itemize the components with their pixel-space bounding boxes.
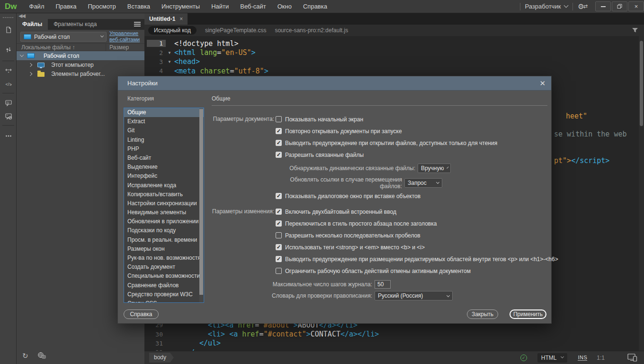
checkbox[interactable] bbox=[276, 209, 282, 215]
chevron-down-icon[interactable] bbox=[20, 53, 24, 57]
checkbox[interactable] bbox=[276, 256, 282, 262]
category-item[interactable]: Веб-сайт bbox=[124, 154, 204, 163]
dialog-title-bar[interactable]: Настройки ✕ bbox=[118, 76, 551, 91]
chevron-right-icon[interactable] bbox=[28, 63, 32, 66]
menu-item[interactable]: Найти bbox=[206, 0, 234, 13]
sync-files-icon[interactable] bbox=[4, 46, 13, 54]
category-item[interactable]: Создать документ bbox=[124, 263, 204, 272]
category-item[interactable]: Специальные возможности bbox=[124, 272, 204, 281]
tag-selector-body[interactable]: body bbox=[149, 353, 174, 363]
checkbox[interactable] bbox=[276, 232, 282, 238]
category-item[interactable]: Linting bbox=[124, 136, 204, 145]
restore-button[interactable] bbox=[612, 1, 627, 11]
close-button[interactable]: × bbox=[628, 1, 644, 11]
new-file-icon[interactable] bbox=[4, 26, 13, 34]
category-item[interactable]: Подсказки по коду bbox=[124, 226, 204, 235]
category-item[interactable]: Настройки синхронизации bbox=[124, 199, 204, 208]
dialog-close-icon[interactable]: ✕ bbox=[539, 79, 546, 88]
category-item[interactable]: Обновления в приложении bbox=[124, 217, 204, 226]
chevron-right-icon[interactable] bbox=[28, 72, 32, 75]
apply-button[interactable]: Применить bbox=[510, 309, 546, 319]
tab-close-icon[interactable]: × bbox=[179, 16, 183, 22]
checkbox[interactable] bbox=[276, 268, 282, 274]
code-snippet-icon[interactable]: </> bbox=[4, 80, 13, 88]
code-line[interactable]: 4<meta charset="utf-8"> bbox=[144, 66, 637, 75]
preview-devices-icon[interactable] bbox=[627, 354, 637, 362]
fold-arrow[interactable]: ▼ bbox=[166, 60, 173, 64]
site-selector[interactable]: Рабочий стол bbox=[20, 32, 107, 42]
menu-item[interactable]: Инструменты bbox=[156, 0, 206, 13]
checkbox[interactable] bbox=[276, 220, 282, 227]
column-size[interactable]: Размер bbox=[109, 44, 129, 51]
spell-dictionary-select[interactable]: Русский (Россия) bbox=[375, 291, 453, 300]
category-item[interactable]: Git bbox=[124, 126, 204, 135]
related-file-0[interactable]: Исходный код bbox=[148, 26, 197, 35]
code-line[interactable]: 1<!doctype html> bbox=[144, 39, 637, 48]
related-file-2[interactable]: source-sans-pro:n2:default.js bbox=[275, 27, 348, 34]
comment-icon[interactable] bbox=[4, 99, 13, 107]
scrollbar-thumb[interactable] bbox=[640, 41, 643, 126]
history-steps-input[interactable] bbox=[375, 280, 391, 289]
category-scrollbar[interactable] bbox=[199, 109, 203, 303]
category-item[interactable]: Стили CSS bbox=[124, 299, 204, 303]
tree-row[interactable]: Рабочий стол bbox=[17, 51, 144, 60]
minimize-button[interactable] bbox=[595, 1, 611, 11]
checkbox[interactable] bbox=[276, 193, 282, 199]
menu-item[interactable]: Справка bbox=[297, 0, 333, 13]
refresh-icon[interactable]: ↻ bbox=[22, 352, 28, 360]
category-item[interactable]: Средство проверки W3C bbox=[124, 290, 204, 299]
panel-menu-icon[interactable] bbox=[134, 22, 141, 27]
menu-item[interactable]: Веб-сайт bbox=[234, 0, 271, 13]
column-local-files[interactable]: Локальные файлы ↑ bbox=[21, 44, 75, 51]
editor-scrollbar[interactable] bbox=[639, 36, 644, 351]
drag-grip[interactable] bbox=[3, 17, 13, 18]
code-line[interactable]: 31</ul> bbox=[144, 339, 637, 348]
category-item[interactable]: Исправление кода bbox=[124, 181, 204, 190]
filter-icon[interactable] bbox=[632, 27, 638, 33]
category-item[interactable]: Общие bbox=[124, 108, 204, 117]
manage-sites-link[interactable]: Управление веб-сайтами bbox=[109, 30, 143, 43]
panel-tab-files[interactable]: Файлы bbox=[17, 19, 48, 30]
menu-item[interactable]: Окно bbox=[272, 0, 297, 13]
related-file-1[interactable]: singlePageTemplate.css bbox=[205, 27, 266, 34]
checkbox[interactable] bbox=[276, 116, 282, 122]
close-button[interactable]: Закрыть bbox=[467, 309, 498, 319]
category-item[interactable]: Выделение bbox=[124, 163, 204, 172]
category-item[interactable]: Рук-ва по нов. возможностя bbox=[124, 254, 204, 263]
insert-mode-toggle[interactable]: INS bbox=[578, 355, 587, 361]
code-line[interactable]: 30<li> <a href="#contact">CONTACT</a></l… bbox=[144, 329, 637, 338]
menu-item[interactable]: Файл bbox=[24, 0, 50, 13]
dropdown[interactable]: Вручную bbox=[418, 164, 451, 173]
category-item[interactable]: Сравнение файлов bbox=[124, 281, 204, 290]
more-options-icon[interactable] bbox=[4, 132, 13, 140]
tree-row[interactable]: Этот компьютер bbox=[17, 60, 144, 69]
collapse-panel-icon[interactable]: ◀◀ bbox=[18, 13, 25, 19]
doc-type-select[interactable]: HTML bbox=[537, 353, 568, 363]
help-button[interactable]: Справка bbox=[124, 309, 159, 319]
panel-tab-snippets[interactable]: Фрагменты кода bbox=[48, 19, 102, 30]
workspace-switcher[interactable]: Разработчик bbox=[525, 3, 568, 10]
dropdown[interactable]: Запрос bbox=[404, 178, 442, 188]
fold-arrow[interactable]: ▼ bbox=[166, 51, 173, 55]
scrollbar-thumb[interactable] bbox=[199, 109, 203, 295]
checkbox[interactable] bbox=[276, 244, 282, 250]
check-in-out-icon[interactable]: * bbox=[4, 66, 13, 75]
category-item[interactable]: Просм. в реальн. времени bbox=[124, 236, 204, 245]
category-item[interactable]: Размеры окон bbox=[124, 245, 204, 254]
menu-item[interactable]: Вставка bbox=[122, 0, 156, 13]
uncomment-icon[interactable] bbox=[4, 112, 13, 120]
menu-item[interactable]: Правка bbox=[50, 0, 82, 13]
checkbox[interactable] bbox=[276, 140, 282, 146]
code-line[interactable]: 2▼<html lang="en-US"> bbox=[144, 48, 637, 57]
sync-settings-button[interactable]: ⚙⇄ bbox=[578, 2, 588, 11]
category-item[interactable]: PHP bbox=[124, 145, 204, 154]
checkbox[interactable] bbox=[276, 152, 282, 158]
site-log-icon[interactable] bbox=[37, 352, 46, 359]
category-item[interactable]: Копировать/вставить bbox=[124, 190, 204, 199]
category-item[interactable]: Extract bbox=[124, 117, 204, 126]
code-line[interactable]: 3▼<head> bbox=[144, 57, 637, 66]
category-item[interactable]: Невидимые элементы bbox=[124, 208, 204, 217]
menu-item[interactable]: Просмотр bbox=[82, 0, 121, 13]
checkbox[interactable] bbox=[276, 128, 282, 134]
dreamweaver-logo[interactable]: Dw bbox=[0, 2, 24, 11]
